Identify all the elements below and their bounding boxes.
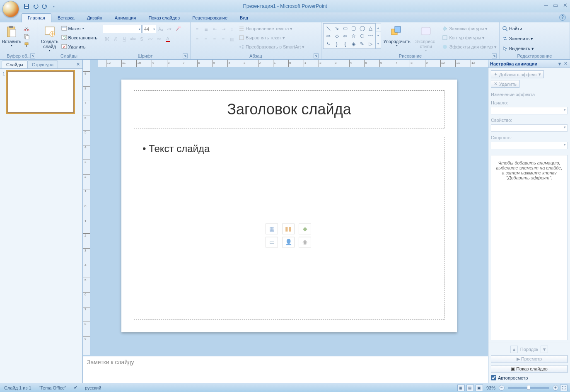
- reset-button[interactable]: Восстановить: [60, 33, 98, 42]
- text-direction-button[interactable]: Направление текста ▾: [238, 24, 305, 33]
- shape-arrow-icon[interactable]: ↘: [333, 24, 341, 32]
- shadow-button[interactable]: S: [138, 35, 146, 43]
- change-case-button[interactable]: Aa: [155, 35, 163, 43]
- move-down-button[interactable]: ▼: [541, 346, 548, 353]
- tab-review[interactable]: Рецензирование: [186, 13, 234, 22]
- shape-brace-icon[interactable]: }: [333, 40, 341, 48]
- font-family-combo[interactable]: [103, 25, 142, 33]
- underline-button[interactable]: Ч: [120, 35, 128, 43]
- new-slide-button[interactable]: Создать слайд ▼: [40, 23, 60, 53]
- shape-textbox-icon[interactable]: ▢: [350, 24, 357, 32]
- font-size-combo[interactable]: 44: [142, 25, 156, 33]
- tab-slides-thumbnails[interactable]: Слайды: [2, 60, 28, 68]
- tab-insert[interactable]: Вставка: [51, 13, 81, 22]
- shape-effects-button[interactable]: Эффекты для фигур ▾: [441, 42, 498, 51]
- speed-combo[interactable]: [491, 142, 568, 149]
- slide-canvas-area[interactable]: Заголовок слайда • Текст слайда ▦ ▮▮ ◆ ▭…: [90, 67, 488, 355]
- title-placeholder[interactable]: Заголовок слайда: [134, 90, 444, 128]
- tab-outline[interactable]: Структура: [27, 60, 58, 68]
- shape-fill-button[interactable]: Заливка фигуры ▾: [441, 24, 498, 33]
- tab-home[interactable]: Главная: [22, 13, 51, 22]
- zoom-in-button[interactable]: +: [553, 385, 558, 391]
- align-right-button[interactable]: ≡: [210, 35, 219, 43]
- shape-curve-icon[interactable]: 〰: [367, 32, 374, 40]
- content-placeholder[interactable]: • Текст слайда ▦ ▮▮ ◆ ▭ 👤 ◉: [134, 137, 444, 320]
- autopreview-check[interactable]: Автопросмотр: [491, 375, 568, 380]
- bullets-button[interactable]: ≡: [193, 25, 201, 33]
- slideshow-button[interactable]: ▣ Показ слайдов: [491, 365, 568, 373]
- zoom-slider[interactable]: [508, 387, 549, 389]
- strike-button[interactable]: abc: [129, 35, 137, 43]
- replace-button[interactable]: Заменить ▾: [501, 34, 534, 43]
- insert-table-icon[interactable]: ▦: [266, 223, 278, 234]
- close-slides-panel[interactable]: ✕: [76, 62, 80, 68]
- shape-rect-icon[interactable]: ▭: [341, 24, 349, 32]
- zoom-value[interactable]: 93%: [486, 385, 495, 390]
- property-combo[interactable]: [491, 124, 568, 132]
- align-text-button[interactable]: Выровнять текст ▾: [238, 33, 305, 42]
- paragraph-dialog-launcher[interactable]: ⬊: [314, 53, 319, 58]
- italic-button[interactable]: К: [111, 35, 120, 43]
- redo-icon[interactable]: [41, 3, 48, 10]
- arrange-button[interactable]: Упорядочить▼: [383, 23, 411, 48]
- slide-thumbnail[interactable]: 1: [2, 71, 80, 113]
- move-up-button[interactable]: ▲: [510, 346, 518, 353]
- align-center-button[interactable]: ≡: [202, 35, 210, 43]
- delete-slide-button[interactable]: Удалить: [60, 42, 98, 51]
- ribbon-help-icon[interactable]: ?: [559, 14, 566, 21]
- minimize-button[interactable]: ─: [544, 2, 548, 8]
- maximize-button[interactable]: ▭: [553, 2, 558, 8]
- decrease-indent-button[interactable]: ⇤: [210, 25, 219, 33]
- tab-animation[interactable]: Анимация: [109, 13, 142, 22]
- slideshow-view-button[interactable]: ▣: [476, 385, 483, 391]
- shape-outline-button[interactable]: Контур фигуры ▾: [441, 33, 498, 42]
- save-icon[interactable]: [23, 3, 30, 10]
- pane-close-icon[interactable]: ✕: [563, 61, 568, 66]
- align-left-button[interactable]: ≡: [193, 35, 201, 43]
- line-spacing-button[interactable]: ↕: [228, 25, 236, 33]
- grow-font-button[interactable]: A▴: [157, 25, 165, 33]
- select-button[interactable]: Выделить ▾: [501, 44, 535, 53]
- shapes-scroll-down[interactable]: ▾: [376, 32, 381, 40]
- bold-button[interactable]: Ж: [103, 35, 111, 43]
- normal-view-button[interactable]: ▦: [457, 385, 465, 391]
- shape-scribble-icon[interactable]: ✎: [358, 40, 366, 48]
- spell-check-icon[interactable]: ✔: [72, 385, 79, 390]
- numbering-button[interactable]: ≣: [202, 25, 210, 33]
- cut-button[interactable]: [22, 24, 31, 32]
- convert-smartart-button[interactable]: Преобразовать в SmartArt ▾: [238, 42, 305, 51]
- tab-design[interactable]: Дизайн: [81, 13, 109, 22]
- start-combo[interactable]: [491, 107, 568, 114]
- fit-window-button[interactable]: ⛶: [560, 385, 568, 391]
- shrink-font-button[interactable]: A▾: [165, 25, 174, 33]
- drawing-dialog-launcher[interactable]: ⬊: [492, 53, 497, 58]
- undo-icon[interactable]: [32, 3, 39, 10]
- pane-menu-icon[interactable]: ▼: [557, 61, 563, 66]
- tab-view[interactable]: Вид: [234, 13, 254, 22]
- insert-picture-icon[interactable]: ▭: [266, 237, 278, 247]
- shape-oval-icon[interactable]: ◯: [358, 24, 366, 32]
- shapes-gallery[interactable]: ＼ ↘ ▭ ▢ ◯ △ ⇨ ◇ ⇦ ☆ ⬡ 〰 ⤷ } { ◈ ✎ ▷ ▴▾▾: [323, 23, 376, 49]
- shape-diamond-icon[interactable]: ◇: [333, 32, 341, 40]
- zoom-handle[interactable]: [527, 385, 530, 390]
- tab-slideshow[interactable]: Показ слайдов: [142, 13, 186, 22]
- shape-brace2-icon[interactable]: {: [341, 40, 349, 48]
- close-button[interactable]: ✕: [563, 2, 568, 8]
- preview-button[interactable]: ▶ Просмотр: [491, 355, 568, 363]
- insert-smartart-icon[interactable]: ◆: [299, 223, 311, 234]
- find-button[interactable]: Найти: [501, 24, 523, 33]
- insert-chart-icon[interactable]: ▮▮: [282, 223, 295, 234]
- char-spacing-button[interactable]: AV: [146, 35, 155, 43]
- paste-button[interactable]: Вставить ▼: [2, 23, 22, 48]
- shape-arrow3-icon[interactable]: ⇦: [341, 32, 349, 40]
- shape-action-icon[interactable]: ▷: [367, 40, 374, 48]
- shape-hexagon-icon[interactable]: ⬡: [358, 32, 366, 40]
- justify-button[interactable]: ≡: [219, 35, 227, 43]
- shape-star-icon[interactable]: ☆: [350, 32, 357, 40]
- copy-button[interactable]: [22, 32, 31, 41]
- clear-formatting-button[interactable]: [174, 25, 182, 33]
- shapes-more[interactable]: ▾: [376, 40, 381, 48]
- format-painter-button[interactable]: [22, 41, 31, 49]
- layout-button[interactable]: Макет ▾: [60, 24, 98, 33]
- insert-media-icon[interactable]: ◉: [299, 237, 311, 247]
